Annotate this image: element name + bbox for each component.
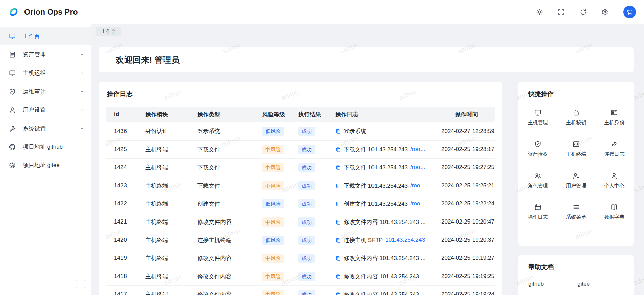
table-row: 1424主机终端下载文件中风险成功下载文件 101.43.254.243/roo… bbox=[106, 158, 495, 177]
table-row: 1423主机终端下载文件中风险成功下载文件 101.43.254.243/roo… bbox=[106, 177, 495, 195]
sidebar-item-gitee[interactable]: 项目地址 gitee bbox=[0, 156, 91, 175]
log-text: 下载文件 101.43.254.243 bbox=[344, 164, 408, 171]
result-badge: 成功 bbox=[298, 236, 315, 245]
theme-toggle-button[interactable] bbox=[536, 9, 543, 16]
quick-action-user-manage[interactable]: 用户管理 bbox=[557, 165, 595, 196]
log-text: 修改文件内容 101.43.254.243 ... bbox=[344, 254, 426, 262]
sidebar-item-label: 项目地址 gitee bbox=[23, 161, 84, 169]
cell-type: 下载文件 bbox=[195, 140, 259, 158]
column-header: 执行结果 bbox=[296, 107, 333, 122]
quick-action-profile-center[interactable]: 个人中心 bbox=[595, 165, 634, 196]
dashboard-icon bbox=[9, 33, 16, 40]
sidebar-menu: 工作台资产管理主机运维运维审计用户设置系统设置项目地址 github项目地址 g… bbox=[0, 27, 91, 175]
chevron-down-icon bbox=[80, 89, 84, 94]
quick-action-label: 个人中心 bbox=[604, 183, 625, 189]
cell-log: 下载文件 101.43.254.243/roo... bbox=[333, 158, 438, 177]
copy-icon[interactable] bbox=[335, 201, 341, 207]
copy-icon[interactable] bbox=[335, 255, 341, 261]
risk-level-badge: 低风险 bbox=[262, 127, 284, 136]
welcome-title: 欢迎回来! 管理员 bbox=[116, 54, 180, 65]
cell-time: 2024-02-25 19:19:25 bbox=[438, 267, 495, 285]
copy-icon[interactable] bbox=[335, 292, 341, 295]
cell-time: 2024-02-25 19:27:25 bbox=[438, 158, 495, 177]
cell-log: 登录系统 bbox=[333, 122, 438, 140]
log-link[interactable]: /roo... bbox=[410, 200, 425, 207]
tab-workbench[interactable]: 工作台 bbox=[96, 27, 121, 36]
fullscreen-button[interactable] bbox=[558, 9, 565, 16]
sidebar-collapse-button[interactable] bbox=[76, 280, 85, 288]
copy-icon[interactable] bbox=[335, 274, 341, 279]
github-icon bbox=[9, 144, 16, 150]
book-icon bbox=[611, 204, 618, 211]
result-badge: 成功 bbox=[298, 217, 315, 227]
table-row: 1436身份认证登录系统低风险成功登录系统2024-02-27 12:28:59 bbox=[106, 122, 495, 140]
quick-action-label: 主机秘钥 bbox=[566, 119, 586, 126]
quick-action-connect-log[interactable]: 连接日志 bbox=[595, 133, 634, 165]
cell-type: 修改文件内容 bbox=[195, 267, 259, 285]
cell-log: 修改文件内容 101.43.254.243 ... bbox=[333, 249, 438, 267]
table-row: 1417主机终端修改文件内容中风险成功修改文件内容 101.43.254.243… bbox=[106, 285, 495, 295]
cell-type: 修改文件内容 bbox=[195, 213, 259, 231]
cell-module: 主机终端 bbox=[143, 249, 195, 267]
cell-risk: 低风险 bbox=[259, 231, 296, 249]
sidebar-item-host-ops[interactable]: 主机运维 bbox=[0, 64, 91, 82]
app-title: Orion Ops Pro bbox=[24, 8, 78, 17]
copy-icon[interactable] bbox=[335, 165, 341, 170]
quick-action-label: 角色管理 bbox=[528, 183, 548, 189]
cell-id: 1418 bbox=[106, 267, 143, 285]
column-header: id bbox=[106, 107, 143, 122]
risk-level-badge: 中风险 bbox=[262, 145, 284, 154]
user-avatar-button[interactable]: 管 bbox=[623, 6, 636, 18]
quick-action-host-terminal[interactable]: 主机终端 bbox=[557, 133, 595, 165]
quick-action-system-menu[interactable]: 系统菜单 bbox=[557, 196, 595, 228]
sidebar-item-system-settings[interactable]: 系统设置 bbox=[0, 119, 91, 138]
copy-icon[interactable] bbox=[335, 237, 341, 243]
cell-time: 2024-02-25 19:28:17 bbox=[438, 140, 495, 158]
result-badge: 成功 bbox=[298, 254, 315, 263]
cell-time: 2024-02-25 19:20:37 bbox=[438, 231, 495, 249]
quick-action-operation-log[interactable]: 操作日志 bbox=[518, 196, 557, 228]
quick-action-host-identity[interactable]: 主机身份 bbox=[595, 102, 634, 133]
cell-type: 下载文件 bbox=[195, 158, 259, 177]
quick-action-label: 数据字典 bbox=[604, 214, 625, 220]
log-text: 修改文件内容 101.43.254.243 ... bbox=[344, 218, 426, 226]
sidebar-item-workbench[interactable]: 工作台 bbox=[0, 27, 91, 45]
log-link[interactable]: 101.43.254.243 bbox=[385, 237, 425, 243]
copy-icon[interactable] bbox=[335, 128, 341, 134]
shield-icon bbox=[9, 88, 16, 95]
quick-action-label: 主机身份 bbox=[604, 119, 625, 126]
quick-action-role-manage[interactable]: 角色管理 bbox=[518, 165, 557, 196]
cell-log: 连接主机 SFTP101.43.254.243 bbox=[333, 231, 438, 249]
sidebar-item-ops-audit[interactable]: 运维审计 bbox=[0, 82, 91, 101]
log-card-title: 操作日志 bbox=[106, 90, 495, 98]
quick-action-host-manage[interactable]: 主机管理 bbox=[518, 102, 557, 133]
sidebar-item-github[interactable]: 项目地址 github bbox=[0, 138, 91, 156]
quick-action-host-key[interactable]: 主机秘钥 bbox=[557, 102, 595, 133]
quick-action-asset-grant[interactable]: 资产授权 bbox=[518, 133, 557, 165]
log-link[interactable]: /roo... bbox=[410, 164, 425, 171]
cell-log: 创建文件 101.43.254.243/roo... bbox=[333, 195, 438, 213]
cell-risk: 中风险 bbox=[259, 267, 296, 285]
host-icon bbox=[9, 70, 16, 77]
help-link-github[interactable]: github bbox=[528, 281, 544, 287]
log-link[interactable]: /roo... bbox=[410, 182, 425, 189]
settings-button[interactable] bbox=[601, 9, 608, 16]
sidebar-item-user-settings[interactable]: 用户设置 bbox=[0, 101, 91, 119]
copy-icon[interactable] bbox=[335, 219, 341, 225]
cell-type: 连接主机终端 bbox=[195, 231, 259, 249]
sidebar-item-asset-management[interactable]: 资产管理 bbox=[0, 45, 91, 64]
refresh-button[interactable] bbox=[580, 9, 587, 16]
cell-module: 主机终端 bbox=[143, 285, 195, 295]
copy-icon[interactable] bbox=[335, 183, 341, 189]
copy-icon[interactable] bbox=[335, 147, 341, 152]
log-link[interactable]: /roo... bbox=[410, 146, 425, 153]
cell-module: 主机终端 bbox=[143, 177, 195, 195]
log-text: 下载文件 101.43.254.243 bbox=[344, 146, 408, 153]
cell-module: 主机终端 bbox=[143, 140, 195, 158]
result-badge: 成功 bbox=[298, 272, 315, 281]
quick-action-label: 主机管理 bbox=[528, 119, 548, 126]
help-link-gitee[interactable]: gitee bbox=[577, 281, 590, 287]
cell-risk: 中风险 bbox=[259, 285, 296, 295]
quick-action-data-dict[interactable]: 数据字典 bbox=[595, 196, 634, 228]
cell-module: 主机终端 bbox=[143, 195, 195, 213]
